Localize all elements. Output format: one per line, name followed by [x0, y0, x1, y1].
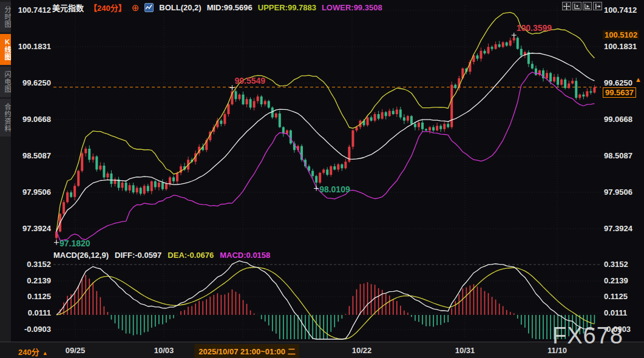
sidebar-item-kline[interactable]: K线图 [0, 34, 11, 65]
boll-lower-value: LOWER:99.3508 [322, 3, 382, 12]
chart-type-sidebar: 分时图 K线图 闪电图 合约资料 [0, 0, 11, 342]
boll-label: BOLL(20,2) [159, 3, 201, 12]
macd-tick: 0.0111 [604, 309, 643, 317]
boll-mid-value: MID:99.5696 [207, 3, 253, 12]
session-high-badge: 100.5102 [603, 30, 639, 39]
macd-legend: MACD(26,12,9) DIFF:-0.0597 DEA:-0.0676 M… [53, 251, 270, 260]
price-annotation-high: 99.5549 [234, 76, 265, 86]
price-tick: 97.9506 [12, 188, 51, 197]
macd-tick: 0.1125 [604, 292, 643, 301]
period-dropdown-arrow-icon: ▲ [42, 350, 48, 356]
macd-tick: 0.2139 [12, 277, 51, 285]
price-tick: 97.3924 [12, 225, 51, 233]
macd-title: MACD(26,12,9) [53, 251, 109, 260]
play-forward-icon[interactable] [583, 2, 592, 10]
current-price-badge: 99.5637 [603, 87, 636, 98]
axis-scale-icon[interactable] [572, 2, 581, 10]
symbol-title: 美元指数 [52, 2, 84, 13]
latest-price-arrow-icon[interactable]: ▲ [635, 76, 642, 83]
price-tick: 99.0668 [604, 115, 643, 124]
price-tick: 97.3924 [604, 225, 643, 233]
macd-tick: -0.0903 [12, 325, 51, 334]
macd-tick: 0.2139 [604, 277, 643, 285]
sidebar-item-timeshare[interactable]: 分时图 [0, 2, 11, 32]
macd-tick: 0.3152 [604, 260, 643, 269]
chart-legend: 美元指数 【240分】 ⊕ BOLL(20,2) MID:99.5696 UPP… [52, 2, 382, 13]
price-tick: 100.7412 [604, 6, 643, 15]
boll-upper-value: UPPER:99.7883 [258, 3, 316, 12]
macd-tick: 0.1125 [12, 292, 51, 301]
move-chart-icon[interactable] [562, 2, 571, 10]
sidebar-item-contract-info[interactable]: 合约资料 [0, 99, 11, 137]
price-tick: 100.1831 [12, 42, 51, 51]
date-label: 10/03 [154, 346, 174, 355]
macd-value: MACD:0.0158 [220, 251, 270, 260]
price-annotation-low: 98.0109 [319, 184, 350, 194]
macd-tick: 0.3152 [12, 260, 51, 269]
price-tick: 100.1831 [604, 42, 643, 51]
macd-dea-value: DEA:-0.0676 [168, 251, 214, 260]
jump-to-end-icon[interactable] [593, 2, 602, 10]
period-label: 【240分】 [89, 2, 126, 13]
macd-diff-value: DIFF:-0.0597 [115, 251, 161, 260]
sidebar-item-lightning[interactable]: 闪电图 [0, 67, 11, 97]
date-label: 09/25 [66, 346, 86, 355]
price-annotation-low: 97.1820 [59, 238, 90, 248]
add-indicator-icon[interactable]: ⊕ [132, 4, 140, 12]
date-label: 10/31 [455, 346, 475, 355]
chart-canvas[interactable] [0, 0, 644, 358]
price-tick: 100.7412 [12, 6, 51, 15]
fx678-watermark: FX678 [552, 323, 623, 349]
indicator-icon[interactable] [144, 3, 154, 12]
price-annotation-high: 100.3599 [517, 23, 552, 33]
price-tick: 99.6250 [12, 79, 51, 87]
price-tick: 99.0668 [12, 115, 51, 124]
chart-toolbar [562, 2, 602, 10]
crosshair-date-label: 2025/10/07 21:00~01:00 二 [194, 344, 299, 358]
period-selector[interactable]: 240分▲ [18, 346, 48, 357]
price-tick: 97.9506 [604, 188, 643, 197]
date-label: 10/22 [352, 346, 372, 355]
macd-tick: 0.0111 [12, 309, 51, 317]
time-axis-bar: 240分▲ 09/25 10/03 2025/10/07 21:00~01:00… [0, 342, 644, 358]
trading-chart-app: 分时图 K线图 闪电图 合约资料 美元指数 【240分】 ⊕ BOLL(20,2… [0, 0, 644, 358]
price-tick: 98.5087 [604, 152, 643, 160]
price-tick: 98.5087 [12, 152, 51, 160]
